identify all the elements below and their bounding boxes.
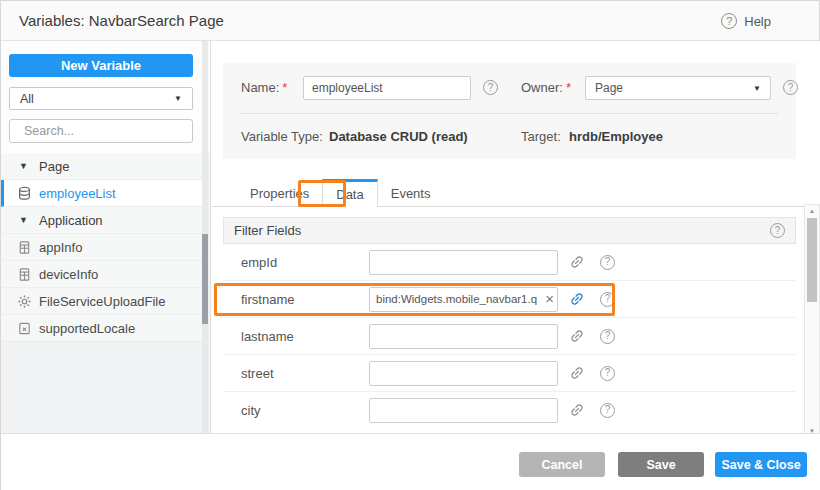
search-input[interactable] — [24, 124, 185, 138]
tree-group-page[interactable]: ▼ Page — [1, 153, 203, 180]
tree-item-label: deviceInfo — [39, 267, 98, 282]
filter-fields-title: Filter Fields — [234, 223, 301, 238]
required-marker: * — [282, 80, 287, 95]
tab-events[interactable]: Events — [378, 179, 444, 207]
bind-link-icon[interactable] — [569, 365, 585, 381]
help-button[interactable]: ? Help — [721, 1, 771, 41]
field-label: empId — [241, 255, 369, 270]
target-value: hrdb/Employee — [569, 129, 663, 144]
field-label: lastname — [241, 329, 369, 344]
required-marker: * — [566, 80, 571, 95]
variables-dialog: Variables: NavbarSearch Page ? Help New … — [0, 0, 820, 490]
target-label: Target: — [521, 129, 561, 144]
database-icon — [17, 186, 32, 201]
sidebar-controls: New Variable All ▼ — [1, 41, 210, 153]
collapse-icon: ▼ — [19, 215, 39, 225]
grid-icon — [17, 267, 32, 282]
variable-type-value: Database CRUD (read) — [329, 129, 468, 144]
tree-group-label: Page — [39, 159, 69, 174]
tree-group-label: Application — [39, 213, 103, 228]
field-label: firstname — [241, 292, 369, 307]
page-title: Variables: NavbarSearch Page — [19, 12, 224, 29]
sidebar-item-deviceinfo[interactable]: deviceInfo — [1, 261, 203, 288]
field-label: street — [241, 366, 369, 381]
name-label: Name:* — [241, 80, 287, 95]
divider — [241, 113, 778, 114]
filter-fields-help-icon[interactable]: ? — [770, 223, 785, 238]
variables-sidebar: New Variable All ▼ ▼ Page employeeList ▼… — [1, 41, 211, 433]
street-field[interactable] — [369, 361, 558, 386]
field-help-icon[interactable]: ? — [600, 292, 615, 307]
sidebar-item-appinfo[interactable]: appInfo — [1, 234, 203, 261]
detail-tabbar: Properties Data Events — [212, 179, 820, 207]
city-field[interactable] — [369, 398, 558, 423]
document-icon — [17, 321, 32, 336]
sidebar-scrollbar-thumb[interactable] — [202, 234, 208, 324]
field-help-icon[interactable]: ? — [600, 366, 615, 381]
chevron-down-icon: ▼ — [174, 94, 182, 103]
scroll-up-icon[interactable]: ▲ — [805, 208, 819, 214]
lastname-field[interactable] — [369, 324, 558, 349]
collapse-icon: ▼ — [19, 161, 39, 171]
variable-filter-dropdown[interactable]: All ▼ — [9, 87, 193, 110]
name-help-icon[interactable]: ? — [483, 80, 498, 95]
tree-group-application[interactable]: ▼ Application — [1, 207, 203, 234]
tree-item-label: employeeList — [39, 186, 116, 201]
filter-fields-panel: Filter Fields ? empId ? firstname × ? la… — [223, 217, 796, 428]
clear-binding-icon[interactable]: × — [545, 290, 554, 308]
save-and-close-button[interactable]: Save & Close — [715, 452, 807, 477]
filter-fields-header: Filter Fields ? — [223, 217, 796, 244]
variables-tree: ▼ Page employeeList ▼ Application appInf… — [1, 153, 203, 342]
gear-icon — [17, 294, 32, 309]
variable-detail-panel: Name:* ? Owner:* Page ▼ ? Variable Type:… — [212, 41, 820, 433]
variable-filter-value: All — [20, 92, 34, 106]
filter-row-firstname: firstname × ? — [223, 281, 796, 318]
variable-info-box: Name:* ? Owner:* Page ▼ ? Variable Type:… — [223, 63, 796, 159]
filter-row-street: street ? — [223, 355, 796, 392]
owner-help-icon[interactable]: ? — [783, 80, 798, 95]
bind-link-icon[interactable] — [569, 328, 585, 344]
filter-row-city: city ? — [223, 392, 796, 428]
name-field[interactable] — [303, 76, 471, 100]
bind-link-icon[interactable] — [569, 291, 585, 307]
tree-item-label: supportedLocale — [39, 321, 135, 336]
field-label: city — [241, 403, 369, 418]
field-help-icon[interactable]: ? — [600, 255, 615, 270]
field-help-icon[interactable]: ? — [600, 329, 615, 344]
content-scrollbar-thumb[interactable] — [807, 218, 817, 302]
cancel-button[interactable]: Cancel — [519, 452, 605, 477]
tab-properties[interactable]: Properties — [237, 179, 322, 207]
dialog-header: Variables: NavbarSearch Page ? Help — [1, 1, 819, 41]
dialog-footer: Cancel Save Save & Close — [1, 433, 820, 490]
help-label: Help — [744, 14, 771, 29]
firstname-field[interactable] — [369, 287, 558, 312]
tree-item-label: FileServiceUploadFile — [39, 294, 165, 309]
save-button[interactable]: Save — [618, 452, 704, 477]
help-icon: ? — [721, 13, 737, 29]
field-help-icon[interactable]: ? — [600, 403, 615, 418]
sidebar-item-employeelist[interactable]: employeeList — [1, 180, 203, 207]
empid-field[interactable] — [369, 250, 558, 275]
owner-select-value: Page — [595, 81, 623, 95]
tab-data[interactable]: Data — [322, 179, 377, 207]
bind-link-icon[interactable] — [569, 254, 585, 270]
sidebar-item-fileserviceuploadfile[interactable]: FileServiceUploadFile — [1, 288, 203, 315]
chevron-down-icon: ▼ — [753, 84, 761, 93]
owner-label: Owner:* — [521, 80, 571, 95]
owner-select[interactable]: Page ▼ — [585, 76, 771, 100]
content-scrollbar-track[interactable]: ▲ ▼ — [804, 204, 820, 438]
filter-row-lastname: lastname ? — [223, 318, 796, 355]
sidebar-item-supportedlocale[interactable]: supportedLocale — [1, 315, 203, 342]
bind-link-icon[interactable] — [569, 402, 585, 418]
new-variable-button[interactable]: New Variable — [9, 54, 193, 77]
grid-icon — [17, 240, 32, 255]
search-box — [9, 119, 193, 143]
filter-row-empid: empId ? — [223, 244, 796, 281]
tree-item-label: appInfo — [39, 240, 82, 255]
variable-type-label: Variable Type: — [241, 129, 323, 144]
